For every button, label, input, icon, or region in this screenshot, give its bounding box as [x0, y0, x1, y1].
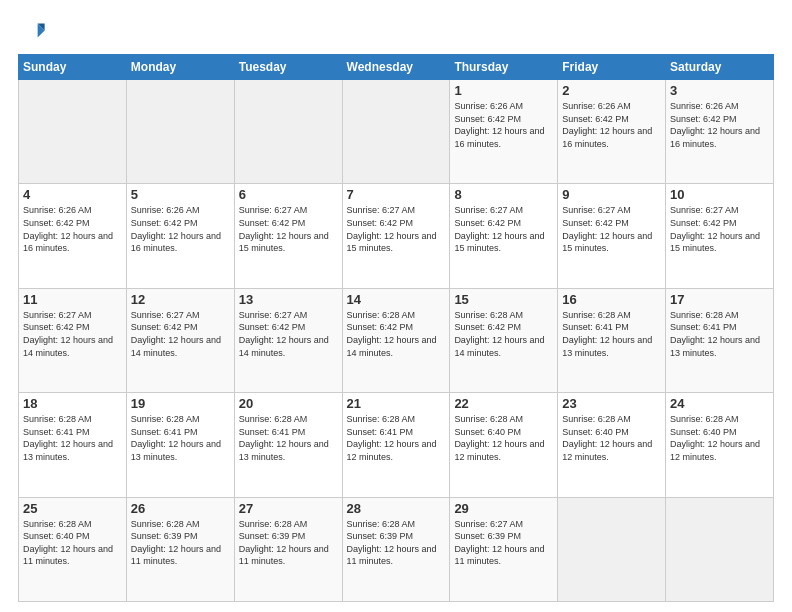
calendar-week-row: 1Sunrise: 6:26 AM Sunset: 6:42 PM Daylig… [19, 80, 774, 184]
calendar-header-saturday: Saturday [666, 55, 774, 80]
calendar-cell: 3Sunrise: 6:26 AM Sunset: 6:42 PM Daylig… [666, 80, 774, 184]
calendar-cell: 11Sunrise: 6:27 AM Sunset: 6:42 PM Dayli… [19, 288, 127, 392]
calendar-cell: 1Sunrise: 6:26 AM Sunset: 6:42 PM Daylig… [450, 80, 558, 184]
calendar-cell: 9Sunrise: 6:27 AM Sunset: 6:42 PM Daylig… [558, 184, 666, 288]
day-info: Sunrise: 6:26 AM Sunset: 6:42 PM Dayligh… [454, 100, 553, 150]
calendar-header-friday: Friday [558, 55, 666, 80]
day-number: 22 [454, 396, 553, 411]
calendar-cell: 16Sunrise: 6:28 AM Sunset: 6:41 PM Dayli… [558, 288, 666, 392]
day-info: Sunrise: 6:27 AM Sunset: 6:42 PM Dayligh… [131, 309, 230, 359]
day-number: 11 [23, 292, 122, 307]
calendar-week-row: 11Sunrise: 6:27 AM Sunset: 6:42 PM Dayli… [19, 288, 774, 392]
day-number: 14 [347, 292, 446, 307]
calendar-cell: 17Sunrise: 6:28 AM Sunset: 6:41 PM Dayli… [666, 288, 774, 392]
logo [18, 18, 50, 46]
calendar-cell: 23Sunrise: 6:28 AM Sunset: 6:40 PM Dayli… [558, 393, 666, 497]
day-info: Sunrise: 6:28 AM Sunset: 6:41 PM Dayligh… [131, 413, 230, 463]
calendar-cell: 27Sunrise: 6:28 AM Sunset: 6:39 PM Dayli… [234, 497, 342, 601]
calendar-table: SundayMondayTuesdayWednesdayThursdayFrid… [18, 54, 774, 602]
calendar-cell [234, 80, 342, 184]
calendar-cell: 18Sunrise: 6:28 AM Sunset: 6:41 PM Dayli… [19, 393, 127, 497]
day-number: 7 [347, 187, 446, 202]
day-number: 23 [562, 396, 661, 411]
calendar-cell: 19Sunrise: 6:28 AM Sunset: 6:41 PM Dayli… [126, 393, 234, 497]
day-number: 21 [347, 396, 446, 411]
calendar-cell: 12Sunrise: 6:27 AM Sunset: 6:42 PM Dayli… [126, 288, 234, 392]
day-info: Sunrise: 6:28 AM Sunset: 6:39 PM Dayligh… [347, 518, 446, 568]
day-info: Sunrise: 6:28 AM Sunset: 6:41 PM Dayligh… [562, 309, 661, 359]
calendar-week-row: 18Sunrise: 6:28 AM Sunset: 6:41 PM Dayli… [19, 393, 774, 497]
day-info: Sunrise: 6:27 AM Sunset: 6:39 PM Dayligh… [454, 518, 553, 568]
calendar-cell: 8Sunrise: 6:27 AM Sunset: 6:42 PM Daylig… [450, 184, 558, 288]
calendar-week-row: 25Sunrise: 6:28 AM Sunset: 6:40 PM Dayli… [19, 497, 774, 601]
calendar-cell: 15Sunrise: 6:28 AM Sunset: 6:42 PM Dayli… [450, 288, 558, 392]
day-info: Sunrise: 6:28 AM Sunset: 6:39 PM Dayligh… [131, 518, 230, 568]
day-number: 1 [454, 83, 553, 98]
day-number: 19 [131, 396, 230, 411]
day-number: 12 [131, 292, 230, 307]
day-number: 17 [670, 292, 769, 307]
calendar-cell: 5Sunrise: 6:26 AM Sunset: 6:42 PM Daylig… [126, 184, 234, 288]
calendar-cell [342, 80, 450, 184]
day-info: Sunrise: 6:28 AM Sunset: 6:41 PM Dayligh… [347, 413, 446, 463]
calendar-cell: 25Sunrise: 6:28 AM Sunset: 6:40 PM Dayli… [19, 497, 127, 601]
day-number: 6 [239, 187, 338, 202]
calendar-header-thursday: Thursday [450, 55, 558, 80]
day-number: 3 [670, 83, 769, 98]
day-number: 28 [347, 501, 446, 516]
day-info: Sunrise: 6:28 AM Sunset: 6:42 PM Dayligh… [347, 309, 446, 359]
day-number: 5 [131, 187, 230, 202]
day-number: 24 [670, 396, 769, 411]
day-number: 2 [562, 83, 661, 98]
calendar-cell: 13Sunrise: 6:27 AM Sunset: 6:42 PM Dayli… [234, 288, 342, 392]
day-info: Sunrise: 6:27 AM Sunset: 6:42 PM Dayligh… [670, 204, 769, 254]
calendar-cell: 28Sunrise: 6:28 AM Sunset: 6:39 PM Dayli… [342, 497, 450, 601]
day-info: Sunrise: 6:27 AM Sunset: 6:42 PM Dayligh… [239, 204, 338, 254]
day-number: 9 [562, 187, 661, 202]
calendar-cell [666, 497, 774, 601]
calendar-header-wednesday: Wednesday [342, 55, 450, 80]
day-info: Sunrise: 6:28 AM Sunset: 6:41 PM Dayligh… [239, 413, 338, 463]
day-info: Sunrise: 6:27 AM Sunset: 6:42 PM Dayligh… [23, 309, 122, 359]
day-info: Sunrise: 6:27 AM Sunset: 6:42 PM Dayligh… [454, 204, 553, 254]
calendar-cell: 4Sunrise: 6:26 AM Sunset: 6:42 PM Daylig… [19, 184, 127, 288]
day-info: Sunrise: 6:27 AM Sunset: 6:42 PM Dayligh… [347, 204, 446, 254]
day-info: Sunrise: 6:28 AM Sunset: 6:42 PM Dayligh… [454, 309, 553, 359]
calendar-cell: 14Sunrise: 6:28 AM Sunset: 6:42 PM Dayli… [342, 288, 450, 392]
generalblue-icon [18, 18, 46, 46]
day-info: Sunrise: 6:28 AM Sunset: 6:40 PM Dayligh… [670, 413, 769, 463]
calendar-cell: 24Sunrise: 6:28 AM Sunset: 6:40 PM Dayli… [666, 393, 774, 497]
day-number: 27 [239, 501, 338, 516]
day-info: Sunrise: 6:28 AM Sunset: 6:40 PM Dayligh… [454, 413, 553, 463]
calendar-cell: 22Sunrise: 6:28 AM Sunset: 6:40 PM Dayli… [450, 393, 558, 497]
calendar-cell: 21Sunrise: 6:28 AM Sunset: 6:41 PM Dayli… [342, 393, 450, 497]
calendar-cell [558, 497, 666, 601]
day-number: 10 [670, 187, 769, 202]
day-number: 25 [23, 501, 122, 516]
day-info: Sunrise: 6:27 AM Sunset: 6:42 PM Dayligh… [562, 204, 661, 254]
calendar-cell: 7Sunrise: 6:27 AM Sunset: 6:42 PM Daylig… [342, 184, 450, 288]
day-number: 13 [239, 292, 338, 307]
day-info: Sunrise: 6:28 AM Sunset: 6:39 PM Dayligh… [239, 518, 338, 568]
day-number: 20 [239, 396, 338, 411]
day-info: Sunrise: 6:26 AM Sunset: 6:42 PM Dayligh… [670, 100, 769, 150]
calendar-header-monday: Monday [126, 55, 234, 80]
page: SundayMondayTuesdayWednesdayThursdayFrid… [0, 0, 792, 612]
calendar-cell [126, 80, 234, 184]
day-info: Sunrise: 6:28 AM Sunset: 6:41 PM Dayligh… [670, 309, 769, 359]
day-info: Sunrise: 6:26 AM Sunset: 6:42 PM Dayligh… [23, 204, 122, 254]
day-info: Sunrise: 6:27 AM Sunset: 6:42 PM Dayligh… [239, 309, 338, 359]
calendar-cell: 29Sunrise: 6:27 AM Sunset: 6:39 PM Dayli… [450, 497, 558, 601]
day-info: Sunrise: 6:26 AM Sunset: 6:42 PM Dayligh… [131, 204, 230, 254]
day-number: 4 [23, 187, 122, 202]
day-number: 16 [562, 292, 661, 307]
day-number: 26 [131, 501, 230, 516]
day-info: Sunrise: 6:28 AM Sunset: 6:40 PM Dayligh… [23, 518, 122, 568]
calendar-header-sunday: Sunday [19, 55, 127, 80]
day-info: Sunrise: 6:28 AM Sunset: 6:41 PM Dayligh… [23, 413, 122, 463]
day-info: Sunrise: 6:28 AM Sunset: 6:40 PM Dayligh… [562, 413, 661, 463]
calendar-header-tuesday: Tuesday [234, 55, 342, 80]
day-number: 18 [23, 396, 122, 411]
calendar-cell [19, 80, 127, 184]
calendar-header-row: SundayMondayTuesdayWednesdayThursdayFrid… [19, 55, 774, 80]
